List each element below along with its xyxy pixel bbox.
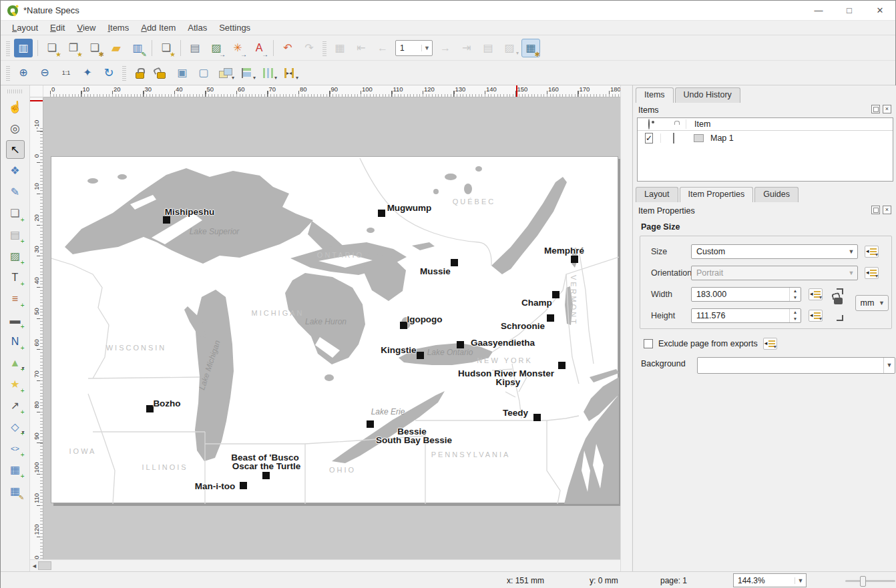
table-row[interactable]: ✓ Map 1: [638, 131, 893, 145]
add-3d-map-tool[interactable]: ▤+: [6, 226, 25, 244]
resize-items-button[interactable]: ▸◂▾: [280, 63, 298, 82]
vertical-scrollbar[interactable]: [620, 85, 631, 571]
lake-label: Lake Ontario: [427, 348, 473, 357]
panel-close-button[interactable]: ×: [883, 206, 891, 214]
menu-layout[interactable]: Layout: [6, 21, 44, 35]
print-layout-button[interactable]: ▤: [186, 39, 204, 57]
maximize-button[interactable]: □: [834, 1, 865, 21]
zoom-out-button[interactable]: ⊖: [35, 63, 54, 82]
panel-close-button[interactable]: ×: [883, 105, 891, 113]
visibility-checkbox[interactable]: ✓: [645, 133, 653, 143]
close-button[interactable]: ✕: [865, 1, 895, 21]
panel-float-button[interactable]: [871, 206, 880, 214]
horizontal-scrollbar[interactable]: ◄: [30, 559, 620, 571]
duplicate-layout-button[interactable]: ❐★: [64, 39, 83, 57]
tab-undo-history[interactable]: Undo History: [675, 87, 740, 103]
zoom-in-button[interactable]: ⊕: [14, 63, 33, 82]
orientation-data-defined-button[interactable]: ▾: [865, 267, 879, 279]
tab-items[interactable]: Items: [636, 87, 674, 103]
export-image-button[interactable]: ▨→: [207, 39, 226, 57]
lock-selected-items-button[interactable]: [130, 63, 149, 82]
ungroup-items-button[interactable]: ▢: [194, 63, 213, 82]
atlas-settings-button[interactable]: ▦✱: [521, 39, 540, 57]
select-move-item-tool[interactable]: ↖: [6, 140, 25, 159]
spin-down-icon[interactable]: ▼: [790, 316, 801, 322]
lock-aspect-ratio-button[interactable]: [834, 298, 843, 304]
move-item-content-tool[interactable]: ❖: [6, 162, 25, 180]
spin-down-icon[interactable]: ▼: [790, 294, 801, 301]
add-north-arrow-tool[interactable]: N+: [6, 332, 25, 351]
add-map-tool[interactable]: ❏+: [6, 204, 25, 223]
new-layout-button[interactable]: ❏★: [43, 39, 61, 57]
menu-atlas[interactable]: Atlas: [182, 21, 213, 35]
zoom-actual-button[interactable]: 1:1: [57, 63, 75, 82]
pan-layout-tool[interactable]: ☝: [6, 97, 25, 116]
unlock-all-items-button[interactable]: [152, 63, 170, 82]
exclude-data-defined-button[interactable]: ▾: [763, 338, 777, 350]
spin-up-icon[interactable]: ▲: [790, 288, 801, 294]
region-label: QUÉBEC: [453, 198, 495, 206]
load-template-button[interactable]: ▰: [107, 39, 126, 57]
width-data-defined-button[interactable]: ▾: [809, 288, 823, 300]
undo-button[interactable]: ↶: [278, 39, 297, 57]
size-combo[interactable]: Custom ▼: [691, 244, 858, 259]
tab-guides[interactable]: Guides: [754, 187, 799, 202]
tab-item-properties[interactable]: Item Properties: [680, 187, 754, 202]
export-svg-button[interactable]: ✳→: [228, 39, 247, 57]
layout-manager-button[interactable]: ❏✱: [85, 39, 104, 57]
map-marker: [533, 414, 541, 421]
add-scale-bar-tool[interactable]: ▬+: [6, 311, 25, 330]
zoom-full-button[interactable]: ✦: [78, 63, 97, 82]
menu-edit[interactable]: Edit: [44, 21, 71, 35]
align-selected-items-button[interactable]: ▾: [237, 63, 256, 82]
edit-nodes-item-tool[interactable]: ✎: [6, 183, 25, 202]
ruler-tick-label: 30: [145, 85, 152, 93]
height-spinbox[interactable]: 111.576 ▲▼: [691, 308, 801, 323]
add-label-tool[interactable]: T+: [6, 268, 25, 287]
raise-selected-items-button[interactable]: ▾: [216, 63, 234, 82]
add-html-tool[interactable]: <>+: [6, 439, 25, 458]
layout-page[interactable]: MishipeshuMugwumpMussieMemphréChampSchro…: [51, 156, 618, 503]
horizontal-ruler: 0102030405060708090100110120130140150160…: [43, 85, 620, 97]
menu-view[interactable]: View: [71, 21, 101, 35]
minimize-button[interactable]: —: [803, 1, 834, 21]
menu-settings[interactable]: Settings: [213, 21, 256, 35]
add-attribute-table-tool[interactable]: ▦+: [6, 461, 25, 479]
menu-add-item[interactable]: Add Item: [135, 21, 182, 35]
zoom-tool[interactable]: ◎: [6, 119, 25, 137]
zoom-slider[interactable]: [845, 580, 895, 582]
add-legend-tool[interactable]: ≡+: [6, 290, 25, 308]
add-node-item-tool[interactable]: ◇+▾: [6, 418, 25, 436]
menu-items[interactable]: Items: [101, 21, 135, 35]
panel-float-button[interactable]: [871, 105, 880, 113]
lock-checkbox[interactable]: [673, 133, 674, 143]
exclude-page-checkbox[interactable]: [644, 339, 653, 348]
refresh-view-button[interactable]: ↻: [99, 63, 118, 82]
zoom-level-combo[interactable]: 144.3% ▼: [733, 573, 807, 587]
add-pages-button[interactable]: ❏★: [157, 39, 176, 57]
save-as-template-button[interactable]: ▥✎: [128, 39, 147, 57]
units-combo[interactable]: mm ▼: [855, 295, 889, 311]
export-pdf-button[interactable]: A→: [250, 39, 268, 57]
layout-canvas[interactable]: MishipeshuMugwumpMussieMemphréChampSchro…: [43, 97, 620, 559]
background-color-swatch[interactable]: ▼: [697, 357, 895, 374]
atlas-page-combo[interactable]: 1▼: [395, 40, 433, 56]
qgis-layout-window: *Nature Specs — □ ✕ LayoutEditViewItemsA…: [0, 0, 896, 588]
group-items-button[interactable]: ▣: [173, 63, 192, 82]
height-data-defined-button[interactable]: ▾: [809, 310, 823, 322]
add-arrow-tool[interactable]: ↗+: [6, 396, 25, 415]
add-fixed-table-tool[interactable]: ▦✎: [6, 482, 25, 501]
save-project-button[interactable]: ▥: [14, 39, 33, 57]
zoom-slider-thumb[interactable]: [860, 576, 866, 587]
horizontal-scrollbar-thumb[interactable]: [38, 561, 51, 570]
distribute-items-button[interactable]: ▾: [258, 63, 277, 82]
width-spinbox[interactable]: 183.000 ▲▼: [691, 287, 801, 302]
spin-up-icon[interactable]: ▲: [790, 309, 801, 316]
add-shape-tool[interactable]: ▲+▾: [6, 354, 25, 372]
scroll-left-arrow-icon[interactable]: ◄: [31, 563, 37, 569]
items-table: Item ✓ Map 1: [637, 117, 893, 182]
size-data-defined-button[interactable]: ▾: [865, 246, 879, 258]
add-marker-tool[interactable]: ★+: [6, 375, 25, 394]
add-picture-tool[interactable]: ▨+: [6, 247, 25, 266]
tab-layout[interactable]: Layout: [636, 187, 678, 202]
